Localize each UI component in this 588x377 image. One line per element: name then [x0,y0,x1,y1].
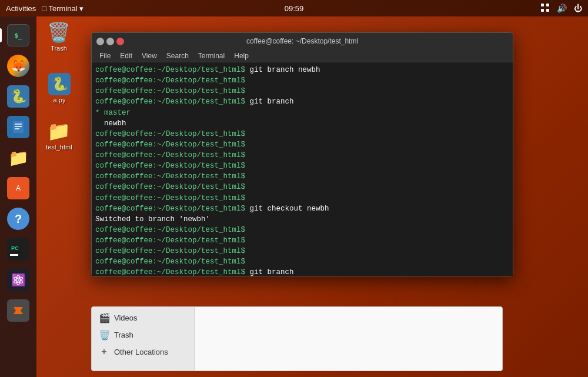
app-name-label: □ Terminal ▾ [42,4,83,13]
filemanager-window: 🎬 Videos 🗑️ Trash + Other Locations [91,306,503,371]
help-icon: ? [7,208,29,230]
firefox-icon: 🦊 [7,55,29,77]
launcher-item-texteditor[interactable] [4,113,32,141]
launcher-item-software[interactable]: A [4,174,32,202]
terminal-line: * master [95,108,509,118]
terminal-line: coffee@coffee:~/Desktop/test_html$ [95,235,509,246]
pycharm-icon: PC [7,238,29,261]
launcher-item-folder[interactable]: 📁 [4,144,32,172]
launcher-item-atom[interactable]: ⚛️ [4,266,32,294]
menu-search[interactable]: Search [162,51,193,61]
trash-desktop-icon: 🗑️ [47,21,71,44]
topbar-app-name[interactable]: □ Terminal ▾ [42,4,83,13]
launcher-item-pycharm[interactable]: PC [4,235,32,263]
terminal-line: coffee@coffee:~/Desktop/test_html$ [95,150,509,161]
menu-help[interactable]: Help [230,51,253,61]
svg-text:A: A [16,184,21,192]
desktop: Activities □ Terminal ▾ 09:59 🔊 ⏻ [0,0,588,377]
python-file-label: a.py [54,96,66,104]
desktop-icon-python[interactable]: 🐍 a.py [46,71,73,106]
atom-icon: ⚛️ [7,269,29,291]
terminal-line: coffee@coffee:~/Desktop/test_html$ [95,256,509,267]
svg-rect-3 [546,9,549,12]
launcher-item-firefox[interactable]: 🦊 [4,52,32,80]
trash-sidebar-label: Trash [114,331,133,339]
svg-rect-11 [10,254,18,256]
texteditor-icon [7,116,29,138]
fm-item-other-locations[interactable]: + Other Locations [92,343,194,360]
fm-item-videos[interactable]: 🎬 Videos [92,309,194,326]
terminal-line: coffee@coffee:~/Desktop/test_html$ [95,86,509,96]
terminal-line: coffee@coffee:~/Desktop/test_html$ git c… [95,203,509,214]
topbar-right: 🔊 ⏻ [540,3,582,14]
launcher: $_ 🦊 🐍 📁 [0,16,36,377]
terminal-line: coffee@coffee:~/Desktop/test_html$ [95,225,509,235]
terminal-line: coffee@coffee:~/Desktop/test_html$ git b… [95,96,509,107]
desktop-icon-trash[interactable]: 🗑️ Trash [45,19,73,54]
terminal-window: coffee@coffee: ~/Desktop/test_html File … [91,32,513,276]
plus-icon: + [99,346,109,357]
terminal-body[interactable]: coffee@coffee:~/Desktop/test_html$ git b… [92,62,513,276]
network-icon[interactable] [540,3,550,14]
terminal-line: coffee@coffee:~/Desktop/test_html$ git b… [95,65,509,75]
terminal-line: coffee@coffee:~/Desktop/test_html$ git b… [95,267,509,276]
terminal-line: coffee@coffee:~/Desktop/test_html$ [95,182,509,192]
terminal-line: newbh [95,118,509,129]
menu-terminal[interactable]: Terminal [194,51,229,61]
terminal-titlebar: coffee@coffee: ~/Desktop/test_html [92,33,513,49]
terminal-line: coffee@coffee:~/Desktop/test_html$ [95,193,509,203]
terminal-menubar: File Edit View Search Terminal Help [92,49,513,62]
maximize-button[interactable] [106,38,114,45]
python-file-icon: 🐍 [48,73,71,95]
window-controls [96,38,124,45]
launcher-item-terminal[interactable]: $_ [4,21,32,49]
svg-rect-2 [541,9,544,12]
videos-label: Videos [114,313,138,322]
videos-icon: 🎬 [99,312,109,323]
trash-label: Trash [51,45,67,52]
appstore-icon: A [7,177,29,199]
terminal-line: coffee@coffee:~/Desktop/test_html$ [95,75,509,86]
filemanager-sidebar: 🎬 Videos 🗑️ Trash + Other Locations [92,307,195,371]
terminal-line: coffee@coffee:~/Desktop/test_html$ [95,171,509,182]
launcher-item-help[interactable]: ? [4,205,32,233]
desktop-icon-folder[interactable]: 📁 test_html [44,118,75,153]
topbar: Activities □ Terminal ▾ 09:59 🔊 ⏻ [0,0,588,16]
topbar-clock: 09:59 [285,4,304,13]
other-locations-label: Other Locations [114,348,168,356]
trash-sidebar-icon: 🗑️ [99,329,109,341]
fm-item-trash[interactable]: 🗑️ Trash [92,326,194,343]
folder-label: test_html [46,144,72,151]
svg-text:PC: PC [11,245,19,251]
terminal-line: coffee@coffee:~/Desktop/test_html$ [95,161,509,171]
menu-edit[interactable]: Edit [116,51,136,61]
folder-icon: 📁 [7,146,29,169]
terminal-line: coffee@coffee:~/Desktop/test_html$ [95,129,509,139]
terminal-line: coffee@coffee:~/Desktop/test_html$ [95,139,509,150]
folder-desktop-icon: 📁 [47,120,71,142]
close-button[interactable] [116,38,124,45]
filemanager-main [195,307,502,371]
terminal-icon: $_ [7,24,29,46]
terminal-line-switched: Switched to branch 'newbh' [95,214,509,225]
terminal-title: coffee@coffee: ~/Desktop/test_html [246,37,358,45]
svg-rect-1 [546,4,549,6]
terminal-line: coffee@coffee:~/Desktop/test_html$ [95,246,509,256]
power-icon[interactable]: ⏻ [574,4,582,13]
sound-icon[interactable]: 🔊 [557,4,567,13]
menu-file[interactable]: File [95,51,115,61]
topbar-left: Activities □ Terminal ▾ [6,4,83,13]
svg-rect-0 [541,4,544,6]
activities-button[interactable]: Activities [6,4,36,13]
svg-rect-4 [13,121,24,133]
minimize-button[interactable] [96,38,104,45]
python-icon: 🐍 [7,85,29,108]
sublime-icon [7,299,29,322]
launcher-item-sublime[interactable] [4,296,32,325]
launcher-item-python[interactable]: 🐍 [4,82,32,111]
menu-view[interactable]: View [138,51,161,61]
filemanager-content: 🎬 Videos 🗑️ Trash + Other Locations [92,307,502,371]
